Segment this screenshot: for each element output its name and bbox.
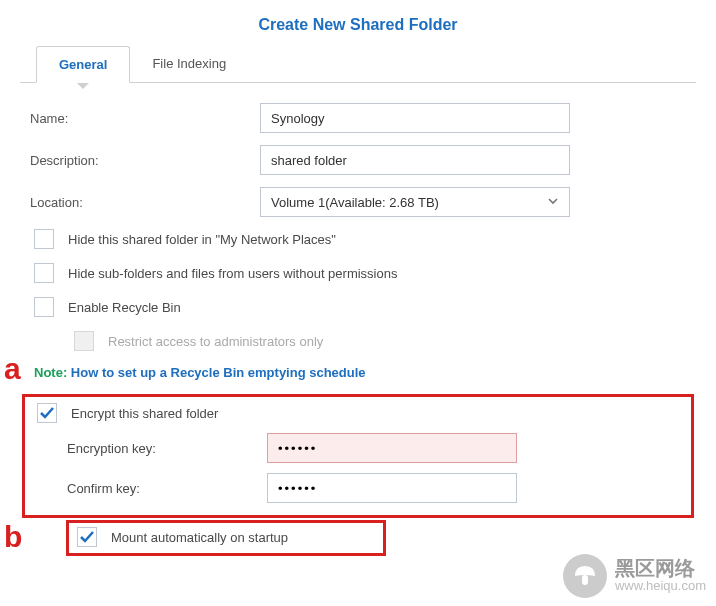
form-body: Name: Description: Location: Volume 1(Av…: [0, 83, 716, 576]
hide-network-label: Hide this shared folder in "My Network P…: [68, 232, 336, 247]
restrict-admin-checkbox: [74, 331, 94, 351]
mushroom-icon: [563, 554, 607, 598]
hide-sub-label: Hide sub-folders and files from users wi…: [68, 266, 397, 281]
name-input[interactable]: [260, 103, 570, 133]
callout-a: a: [4, 352, 21, 386]
recycle-label: Enable Recycle Bin: [68, 300, 181, 315]
callout-b: b: [4, 520, 22, 554]
watermark-title: 黑区网络: [615, 558, 706, 578]
tab-file-indexing[interactable]: File Indexing: [130, 46, 248, 82]
highlight-box-b: Mount automatically on startup: [66, 520, 386, 556]
watermark: 黑区网络 www.heiqu.com: [563, 554, 706, 598]
location-label: Location:: [30, 195, 260, 210]
location-value: Volume 1(Available: 2.68 TB): [271, 195, 439, 210]
recycle-checkbox[interactable]: [34, 297, 54, 317]
mount-checkbox[interactable]: [77, 527, 97, 547]
hide-network-checkbox[interactable]: [34, 229, 54, 249]
chevron-down-icon: [547, 195, 559, 210]
mount-label: Mount automatically on startup: [111, 530, 288, 545]
tab-bar: General File Indexing: [20, 46, 696, 83]
location-select[interactable]: Volume 1(Available: 2.68 TB): [260, 187, 570, 217]
svg-rect-0: [582, 575, 588, 585]
confirm-key-input[interactable]: [267, 473, 517, 503]
encryption-key-input[interactable]: [267, 433, 517, 463]
note-prefix: Note:: [34, 365, 71, 380]
hide-sub-checkbox[interactable]: [34, 263, 54, 283]
note-row: Note: How to set up a Recycle Bin emptyi…: [34, 365, 686, 380]
description-input[interactable]: [260, 145, 570, 175]
encryption-key-label: Encryption key:: [67, 441, 267, 456]
watermark-url: www.heiqu.com: [615, 578, 706, 594]
restrict-admin-label: Restrict access to administrators only: [108, 334, 323, 349]
confirm-key-label: Confirm key:: [67, 481, 267, 496]
encrypt-checkbox[interactable]: [37, 403, 57, 423]
encrypt-label: Encrypt this shared folder: [71, 406, 218, 421]
description-label: Description:: [30, 153, 260, 168]
highlight-box-a: Encrypt this shared folder Encryption ke…: [22, 394, 694, 518]
name-label: Name:: [30, 111, 260, 126]
tab-general[interactable]: General: [36, 46, 130, 83]
recycle-note-link[interactable]: How to set up a Recycle Bin emptying sch…: [71, 365, 366, 380]
dialog-title: Create New Shared Folder: [0, 0, 716, 46]
